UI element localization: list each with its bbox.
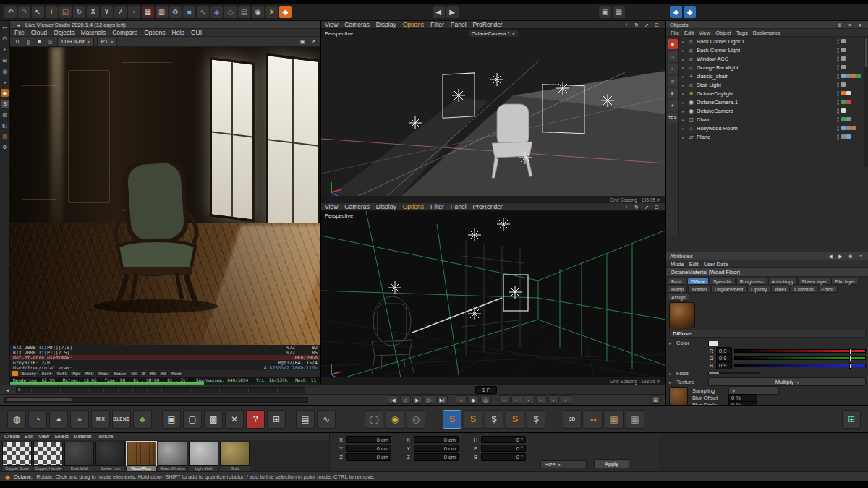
viewport-menu-item[interactable]: Cameras: [344, 21, 369, 28]
material-item[interactable]: Light Wall: [189, 442, 218, 472]
nav-back-icon[interactable]: ◀: [433, 6, 445, 18]
text-3d-icon[interactable]: 3D: [563, 410, 582, 429]
visibility-dots[interactable]: [837, 117, 839, 122]
undo-icon[interactable]: ↶: [4, 6, 17, 18]
lv-restart-icon[interactable]: ↻: [13, 38, 22, 46]
attributes-menu-item[interactable]: User Data: [704, 261, 728, 267]
objects-menu-item[interactable]: Edit: [684, 30, 694, 36]
red-slider[interactable]: [734, 349, 866, 353]
object-tree-item[interactable]: ▸ ▱ Plane: [679, 132, 868, 141]
live-viewer-menu-item[interactable]: Cloud: [31, 29, 47, 36]
scale-icon[interactable]: ◱: [59, 6, 72, 18]
viewport-menu-item[interactable]: View: [325, 203, 338, 210]
material-item[interactable]: Copper Dose: [2, 442, 32, 472]
attributes-menu-item[interactable]: Edit: [689, 261, 699, 267]
goto-start-icon[interactable]: |◀: [388, 395, 399, 404]
lv-pause-icon[interactable]: ||: [24, 38, 33, 46]
material-ball-icon[interactable]: ●: [1, 78, 9, 86]
render-canvas[interactable]: [10, 47, 320, 345]
move-icon[interactable]: +: [46, 6, 58, 18]
objects-menu-item[interactable]: View: [699, 30, 710, 36]
timeline-ruler[interactable]: 0: [16, 387, 305, 393]
floor-icon[interactable]: ▤: [238, 6, 250, 18]
float-slider[interactable]: [708, 372, 759, 374]
green-slider[interactable]: [734, 356, 866, 360]
object-tags[interactable]: [841, 134, 866, 139]
timeline-grid-icon[interactable]: ⊞: [650, 395, 661, 404]
live-viewer-menu-item[interactable]: Help: [172, 29, 184, 36]
object-tree-item[interactable]: ▸ ☼ Back Corner Light: [679, 46, 868, 54]
z-lock-icon[interactable]: Z: [114, 6, 127, 18]
viewport-menu-item[interactable]: Options: [403, 21, 424, 28]
object-tags[interactable]: [841, 126, 866, 130]
material-item[interactable]: Glass Window: [158, 442, 187, 472]
render-pass-button[interactable]: AO: [159, 371, 169, 376]
octane-glossy-icon[interactable]: S: [464, 410, 482, 429]
viewport-menu-item[interactable]: Display: [376, 203, 396, 210]
octane-resol-icon[interactable]: ▭: [668, 51, 678, 61]
render-pass-button[interactable]: Noise: [112, 371, 129, 376]
record-position-icon[interactable]: ◆: [468, 395, 479, 404]
material-sphere-icon[interactable]: ◍: [7, 410, 26, 429]
deformer-icon[interactable]: ◇: [224, 6, 237, 18]
timeline-left-icon[interactable]: ◂: [3, 385, 12, 394]
visibility-dots[interactable]: [837, 100, 839, 105]
object-tags[interactable]: [841, 100, 866, 104]
key-scale-icon[interactable]: ▪: [511, 395, 522, 404]
objects-menu-item[interactable]: Object: [715, 30, 731, 36]
material-menu-item[interactable]: Create: [4, 434, 20, 439]
key-param-icon[interactable]: ▪: [536, 395, 547, 404]
grid-shader-icon[interactable]: ⊞: [267, 410, 286, 429]
material-tab[interactable]: Roughness: [736, 278, 767, 285]
live-viewer-menu-item[interactable]: Options: [144, 29, 165, 36]
vp-orbit-icon[interactable]: ↻: [632, 202, 641, 211]
primitive-cube-icon[interactable]: ■: [183, 6, 195, 18]
render-pass-button[interactable]: SH: [129, 371, 139, 376]
attr-menu-icon[interactable]: ≡: [856, 252, 865, 260]
lv-lock-icon[interactable]: ▣: [298, 38, 307, 46]
live-viewer-menu-item[interactable]: GUI: [191, 29, 202, 36]
subdivision-surface-icon[interactable]: ◈: [210, 6, 223, 18]
ldr-mode-dropdown[interactable]: LDR 8-bit: [57, 38, 94, 46]
orange-tool-icon[interactable]: ▨: [1, 132, 9, 140]
spline-pen-icon[interactable]: ∿: [197, 6, 209, 18]
circle-half-icon[interactable]: ◎: [407, 410, 425, 429]
next-frame-icon[interactable]: ▷: [425, 395, 435, 404]
viewport-canvas[interactable]: Perspective OctaneCamera.1 Grid Spacing …: [321, 29, 665, 203]
material-tab[interactable]: Sheen layer: [798, 278, 830, 285]
lv-focus-pick-icon[interactable]: ◎: [46, 38, 54, 46]
attributes-titlebar[interactable]: Attributes ◀▶⊕≡: [666, 252, 868, 260]
visibility-dots[interactable]: [837, 56, 839, 61]
box-shader-icon[interactable]: ▢: [183, 410, 202, 429]
back-arrow-icon[interactable]: ↩: [1, 24, 9, 32]
green-value-field[interactable]: 0.9: [716, 354, 732, 362]
material-menu-item[interactable]: View: [38, 434, 49, 439]
rotate-icon[interactable]: ↻: [73, 6, 85, 18]
move-tool-icon[interactable]: +: [1, 46, 9, 53]
y-lock-icon[interactable]: Y: [101, 6, 113, 18]
vp-orbit-icon[interactable]: ↻: [632, 20, 641, 29]
checkerboard-shader-icon[interactable]: ▩: [204, 410, 223, 429]
vp-zoom-icon[interactable]: ↗: [642, 20, 651, 29]
objects-scrollbar[interactable]: [864, 37, 868, 167]
material-tab[interactable]: Diffuse: [687, 278, 709, 285]
object-tags[interactable]: [841, 48, 866, 52]
attributes-menu-item[interactable]: Mode: [671, 261, 684, 267]
render-pass-button[interactable]: Refl: [55, 371, 69, 376]
objects-menu-item[interactable]: Tags: [736, 30, 748, 36]
render-pass-button[interactable]: Diff: [40, 371, 54, 376]
autokey-icon[interactable]: ◎: [480, 395, 491, 404]
render-pass-button[interactable]: Z: [140, 371, 147, 376]
viewport-icon[interactable]: ⊡: [1, 35, 9, 43]
material-tab[interactable]: Normal: [688, 286, 710, 293]
object-tree-item[interactable]: ▸ + classic_chair: [679, 72, 868, 80]
render-settings-icon[interactable]: ⚙: [169, 6, 182, 18]
live-viewer-menu-item[interactable]: Compare: [112, 29, 137, 36]
visibility-dots[interactable]: [837, 82, 839, 87]
material-tab[interactable]: Displacement: [711, 286, 746, 293]
light-icon[interactable]: ☀: [265, 6, 278, 18]
dual-monitor-icon[interactable]: ▣: [599, 6, 611, 18]
material-menu-item[interactable]: Material: [74, 434, 92, 439]
color-swatch[interactable]: [708, 341, 718, 346]
dark-sphere-icon[interactable]: ●: [70, 410, 89, 429]
